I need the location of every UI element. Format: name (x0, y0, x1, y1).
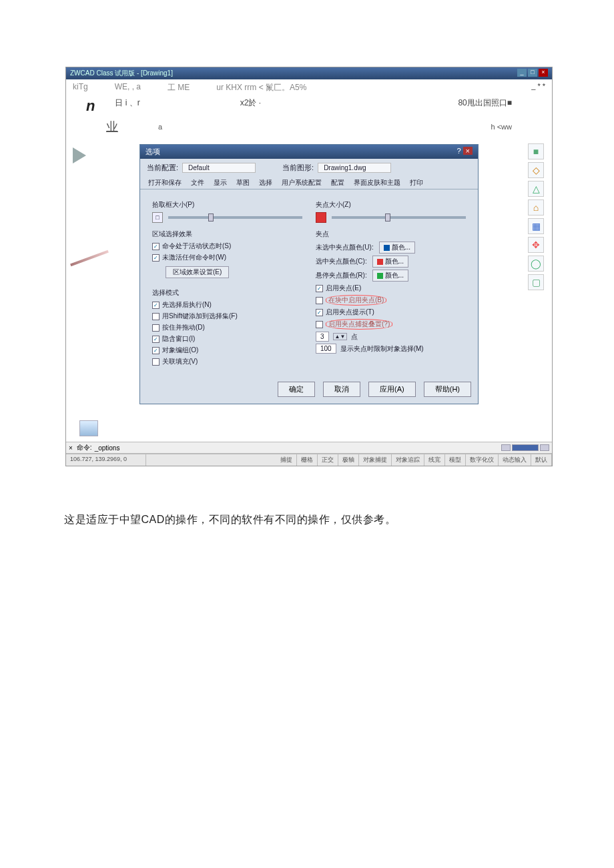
tab-item[interactable]: 配置 (330, 177, 346, 189)
grip-slider[interactable] (316, 212, 466, 223)
chk-label: 启用夹点(E) (326, 284, 361, 293)
arrow-icon (73, 147, 86, 163)
tool-icon[interactable]: ◇ (528, 162, 544, 178)
minimize-button[interactable]: _ (517, 69, 527, 77)
drawing-label: 当前图形: (282, 163, 314, 173)
limit-value[interactable]: 100 (316, 344, 336, 354)
dialog-footer: 确定 取消 应用(A) 帮助(H) (140, 375, 478, 404)
options-left-col: 拾取框大小(P) □ 区域选择效果 ✓命令处于活动状态时(S) ✓未激活任何命令… (152, 196, 302, 368)
menu-item[interactable]: 工 ME (168, 82, 190, 93)
checkbox[interactable] (152, 324, 160, 332)
status-cell[interactable]: 模型 (445, 454, 466, 466)
tab-item[interactable]: 打印 (408, 177, 424, 189)
checkbox[interactable] (152, 313, 160, 320)
status-cell[interactable]: 正交 (318, 454, 338, 466)
ok-button[interactable]: 确定 (278, 382, 315, 397)
color-button[interactable]: 颜色... (372, 270, 408, 282)
options-dialog: 选项 ? × 当前配置: Default 当前图形: Drawing1.dwg … (139, 144, 479, 404)
spinner-value[interactable]: 3 (316, 332, 329, 342)
cmd-prefix: 命令: (77, 443, 92, 452)
status-cell[interactable]: 栅格 (297, 454, 318, 466)
pickbox-label: 拾取框大小(P) (152, 200, 302, 209)
dialog-tabs: 打开和保存 文件 显示 草图 选择 用户系统配置 配置 界面皮肤和主题 打印 (140, 177, 478, 189)
grip-title: 夹点 (316, 230, 466, 239)
tab-item[interactable]: 选择 (258, 177, 274, 189)
spinner-arrows[interactable]: ▲▼ (333, 333, 348, 340)
decor-row: 业 a h <ww (66, 116, 552, 137)
tool-icon[interactable]: ⌂ (528, 199, 544, 215)
status-bar: 106.727, 139.2969, 0 捕捉 栅格 正交 极轴 对象捕捉 对象… (66, 454, 552, 466)
command-line[interactable]: × 命令: _options (66, 442, 552, 454)
color-button[interactable]: 颜色... (379, 242, 415, 254)
checkbox[interactable] (152, 358, 160, 366)
maximize-button[interactable]: □ (528, 69, 537, 77)
status-cell[interactable]: 数字化仪 (466, 454, 499, 466)
pickbox-slider[interactable]: □ (152, 212, 302, 223)
chk-label: 对象编组(O) (162, 346, 198, 355)
checkbox[interactable] (316, 321, 323, 328)
coord-cell: 106.727, 139.2969, 0 (66, 454, 146, 466)
tab-item[interactable]: 文件 (190, 177, 206, 189)
checkbox[interactable]: ✓ (152, 302, 160, 309)
tab-item[interactable]: 草图 (235, 177, 251, 189)
tool-icon[interactable]: ■ (528, 143, 544, 159)
menu-suffix: _ * * (531, 82, 545, 93)
menu-item[interactable]: kiTg (73, 82, 88, 93)
tool-icon[interactable]: ▦ (528, 218, 544, 234)
menu-item[interactable]: WE, , a (115, 82, 141, 93)
decor-hww: h <ww (491, 123, 513, 131)
checkbox[interactable] (316, 297, 323, 304)
tab-item[interactable]: 打开和保存 (147, 177, 183, 189)
tool-icon[interactable]: △ (528, 181, 544, 197)
close-icon[interactable]: × (463, 147, 473, 155)
close-x-icon[interactable]: × (69, 444, 73, 452)
checkbox[interactable]: ✓ (316, 285, 323, 292)
color-label: 悬停夹点颜色(R): (316, 271, 367, 280)
titlebar: ZWCAD Class 试用版 - [Drawing1] _ □ × (66, 67, 552, 79)
tb-item: 80甩出国照口■ (458, 97, 512, 115)
menubar: kiTg WE, , a 工 ME ur KHX rrm < 鬣匚。A5% _ … (66, 79, 552, 96)
scrollbar[interactable] (501, 444, 549, 451)
caption-text: 这是适应于中望CAD的操作，不同的软件有不同的操作，仅供参考。 (64, 513, 614, 527)
titlebar-text: ZWCAD Class 试用版 - [Drawing1] (70, 69, 173, 78)
options-right-col: 夹点大小(Z) 夹点 未选中夹点颜色(U):颜色... 选中夹点颜色(C):颜色… (316, 196, 466, 368)
tab-item[interactable]: 显示 (212, 177, 228, 189)
chk-label: 隐含窗口(I) (162, 334, 195, 344)
effect-title: 区域选择效果 (152, 230, 302, 239)
status-cell[interactable]: 线宽 (424, 454, 445, 466)
decor-a: a (158, 123, 162, 131)
close-button[interactable]: × (539, 69, 548, 77)
symbol-icon: 业 (106, 119, 118, 135)
status-cell[interactable]: 捕捉 (276, 454, 297, 466)
cancel-button[interactable]: 取消 (323, 382, 360, 397)
status-cell[interactable]: 极轴 (338, 454, 359, 466)
dialog-header: 当前配置: Default 当前图形: Drawing1.dwg (140, 159, 478, 177)
drawing-value: Drawing1.dwg (318, 163, 391, 173)
menu-item[interactable]: ur KHX rrm < 鬣匚。A5% (216, 82, 306, 93)
checkbox[interactable]: ✓ (316, 309, 323, 316)
tool-icon[interactable]: ✥ (528, 237, 544, 253)
tool-icon[interactable]: ◯ (528, 256, 544, 272)
color-label: 选中夹点颜色(C): (316, 257, 367, 266)
checkbox[interactable]: ✓ (152, 347, 160, 354)
checkbox[interactable]: ✓ (152, 254, 160, 262)
status-cell[interactable]: 对象捕捉 (359, 454, 392, 466)
color-button[interactable]: 颜色... (372, 256, 408, 268)
tb-item: 日 i 、r (115, 97, 139, 115)
limit-label: 显示夹点时限制对象选择(M) (340, 344, 424, 354)
checkbox[interactable]: ✓ (152, 243, 160, 250)
tool-icon[interactable]: ▢ (528, 274, 544, 290)
status-cell[interactable]: 动态输入 (499, 454, 531, 466)
effect-settings-button[interactable]: 区域效果设置(E) (166, 266, 229, 278)
tab-item[interactable]: 界面皮肤和主题 (352, 177, 402, 189)
status-cell[interactable]: 默认 (531, 454, 552, 466)
toolbar-row2: n 日 i 、r x2於 · 80甩出国照口■ (66, 96, 552, 116)
checkbox[interactable]: ✓ (152, 336, 160, 343)
status-cell[interactable]: 对象追踪 (392, 454, 424, 466)
help-button[interactable]: 帮助(H) (424, 382, 471, 397)
tb-item: x2於 · (240, 97, 261, 115)
layout-icon[interactable] (79, 420, 98, 436)
apply-button[interactable]: 应用(A) (368, 382, 416, 397)
help-icon[interactable]: ? (456, 147, 460, 155)
tab-item[interactable]: 用户系统配置 (280, 177, 323, 189)
